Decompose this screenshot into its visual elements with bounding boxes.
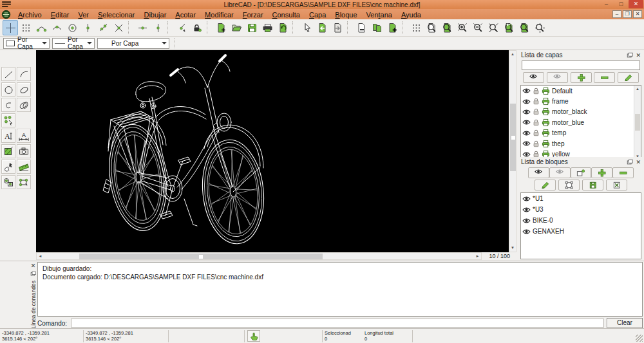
menu-ayuda[interactable]: Ayuda (397, 11, 426, 19)
menu-ver[interactable]: Ver (73, 11, 93, 19)
layer-lock-icon[interactable] (533, 129, 540, 136)
duplicate-window-button[interactable] (369, 20, 384, 35)
measure-button[interactable] (17, 160, 31, 174)
drawing-canvas[interactable] (36, 50, 509, 252)
close-panel-icon[interactable]: ✕ (31, 263, 36, 269)
mdi-close-button[interactable]: ✕ (633, 10, 642, 18)
draw-dimension-button[interactable]: A (17, 129, 31, 143)
minimize-button[interactable]: – (599, 0, 614, 8)
hide-all-layers-button[interactable] (547, 72, 568, 83)
menu-seleccionar[interactable]: Seleccionar (93, 11, 139, 19)
draw-hatch-button[interactable] (1, 144, 15, 158)
scroll-up-icon[interactable]: ▲ (509, 51, 516, 58)
block-visibility-icon[interactable] (522, 207, 531, 213)
insert-block-button[interactable] (17, 175, 31, 189)
pen-color-combobox[interactable]: Por Capa (3, 38, 50, 49)
block-visibility-icon[interactable] (522, 218, 531, 224)
explode-block-button[interactable] (606, 180, 627, 190)
resize-grip[interactable] (636, 335, 643, 342)
block-row[interactable]: GENAXEH (521, 226, 641, 237)
block-row[interactable]: BIKE-0 (521, 215, 641, 226)
insert-image-button[interactable] (17, 144, 31, 158)
layer-print-icon[interactable] (542, 118, 550, 127)
layer-print-icon[interactable] (542, 140, 550, 148)
snap-endpoint-button[interactable] (33, 20, 49, 35)
remove-layer-button[interactable] (594, 72, 615, 83)
scroll-right-icon[interactable]: ► (474, 253, 481, 259)
layer-visibility-icon[interactable] (522, 119, 531, 125)
new-window-button[interactable] (384, 20, 400, 35)
close-panel-icon[interactable]: ✕ (636, 52, 641, 59)
zoom-window-button[interactable] (439, 20, 455, 35)
layer-lock-icon[interactable] (533, 98, 540, 105)
layer-visibility-icon[interactable] (522, 130, 531, 136)
lock-relative-zero-button[interactable] (189, 20, 205, 35)
add-block-button[interactable] (591, 167, 612, 178)
menu-consulta[interactable]: Consulta (268, 11, 305, 19)
draw-arc-button[interactable] (17, 67, 31, 81)
snap-distance-button[interactable] (95, 20, 111, 35)
pen-linetype-combobox[interactable]: Por Capa (52, 38, 95, 49)
zoom-auto-button[interactable] (486, 20, 501, 35)
draw-text-button[interactable]: A (1, 129, 15, 143)
snap-center-button[interactable] (64, 20, 80, 35)
float-panel-icon[interactable] (627, 159, 633, 165)
new-drawing-button[interactable] (213, 20, 229, 35)
snap-free-button[interactable] (3, 20, 18, 35)
layer-print-icon[interactable] (542, 129, 550, 137)
snap-middle-button[interactable] (80, 20, 95, 35)
layer-visibility-icon[interactable] (522, 98, 531, 105)
block-attributes-button[interactable] (535, 180, 556, 190)
zoom-out-button[interactable] (470, 20, 486, 35)
hide-all-blocks-button[interactable] (549, 167, 571, 178)
redo-button[interactable] (330, 20, 345, 35)
scroll-left-icon[interactable]: ◄ (37, 253, 44, 259)
snap-grid-button[interactable] (18, 20, 33, 35)
close-window-button[interactable] (354, 20, 369, 35)
save-drawing-button[interactable] (244, 20, 260, 35)
scroll-thumb[interactable] (635, 114, 640, 131)
pen-width-combobox[interactable]: Por Capa (97, 38, 169, 49)
snap-on-entity-button[interactable] (49, 20, 64, 35)
set-relative-zero-button[interactable] (174, 20, 189, 35)
layer-visibility-icon[interactable] (522, 109, 531, 115)
float-panel-icon[interactable] (30, 271, 36, 277)
menu-ventana[interactable]: Ventana (362, 11, 397, 19)
edit-layer-button[interactable] (618, 72, 639, 83)
action-status-button[interactable] (247, 330, 260, 342)
block-row[interactable]: *U1 (521, 193, 641, 204)
horizontal-scroll-thumb[interactable] (79, 254, 323, 259)
restrict-horizontal-button[interactable] (135, 20, 150, 35)
menu-editar[interactable]: Editar (46, 11, 74, 19)
select-entities-button[interactable] (1, 160, 15, 174)
add-layer-button[interactable] (571, 72, 592, 83)
zoom-pan-button[interactable] (532, 20, 547, 35)
layer-print-icon[interactable] (542, 107, 550, 116)
layer-row[interactable]: frame (521, 96, 641, 106)
zoom-in-button[interactable] (455, 20, 470, 35)
layer-lock-icon[interactable] (533, 88, 540, 95)
show-all-blocks-button[interactable] (528, 167, 549, 178)
restrict-vertical-button[interactable] (150, 20, 166, 35)
layer-lock-icon[interactable] (533, 119, 540, 126)
clear-button[interactable]: Clear (607, 318, 643, 328)
layer-row[interactable]: motor_black (521, 107, 641, 117)
menu-archivo[interactable]: Archivo (14, 11, 46, 19)
block-row[interactable]: *U3 (521, 204, 641, 215)
canvas-vertical-scrollbar[interactable]: ▲ ▼ (509, 50, 516, 252)
maximize-button[interactable]: □ (614, 0, 629, 8)
menu-dibujar[interactable]: Dibujar (139, 11, 171, 19)
menu-forzar[interactable]: Forzar (238, 11, 268, 19)
select-pointer-button[interactable] (299, 20, 314, 35)
open-drawing-button[interactable] (229, 20, 244, 35)
mdi-minimize-button[interactable]: – (612, 10, 621, 18)
save-block-button[interactable] (582, 180, 603, 190)
print-preview-button[interactable] (275, 20, 290, 35)
snap-intersection-button[interactable] (111, 20, 126, 35)
show-all-layers-button[interactable] (523, 72, 544, 83)
layer-row[interactable]: motor_blue (521, 117, 641, 127)
mdi-restore-button[interactable]: ❐ (623, 10, 632, 18)
layer-print-icon[interactable] (542, 87, 550, 95)
scroll-down-icon[interactable]: ▼ (509, 245, 516, 252)
scroll-up-icon[interactable]: ▲ (634, 86, 641, 92)
